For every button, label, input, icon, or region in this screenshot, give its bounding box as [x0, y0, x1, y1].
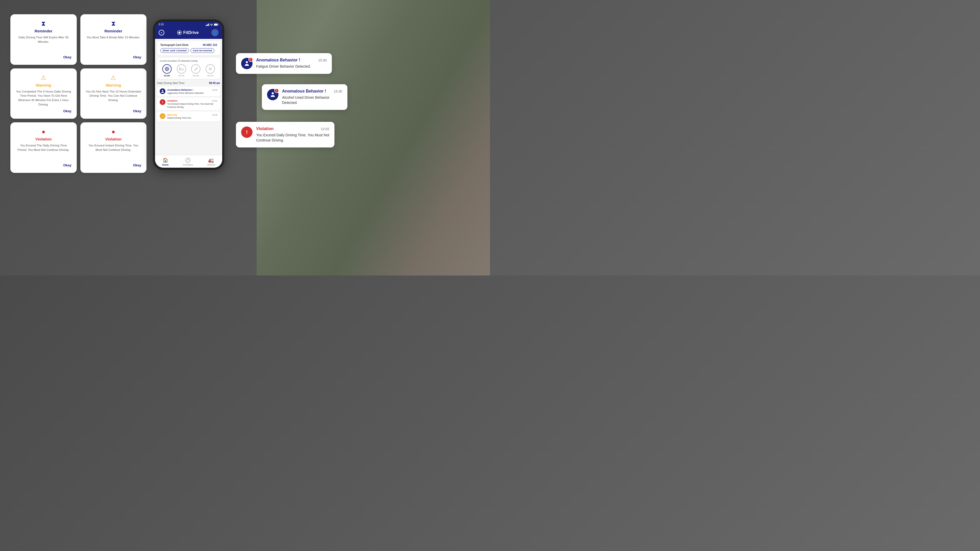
- feed-item-warning[interactable]: ⚠ Warning 12:00 Instant Driving Time Out…: [157, 111, 220, 121]
- activities-nav-icon: 🕐: [185, 157, 191, 163]
- svg-point-4: [211, 25, 212, 25]
- feed-item-violation[interactable]: ! Violation 12:02 You Exceed Instant Dri…: [157, 97, 220, 110]
- feed-violation-header: Violation 12:02: [167, 99, 218, 102]
- nav-home[interactable]: 🏠 Home: [162, 157, 169, 166]
- feed-anomalous-icon: [160, 88, 165, 94]
- feed-item-anomalous[interactable]: Anomalous Behavior ! 15:30 Aggressive Dr…: [157, 87, 220, 97]
- cross-icon: [208, 67, 212, 71]
- phone-time: 9:30: [159, 23, 164, 26]
- tachograph-label: Tachograph Card Slots: [160, 44, 188, 46]
- feed-violation-title: Violation: [167, 99, 178, 102]
- feed-violation-icon: !: [160, 99, 165, 105]
- warning-card-1: ⚠ Warning You Completed The 9 Hours Dail…: [10, 68, 77, 119]
- driver-card-inserted-button[interactable]: Driver card 1 inserted: [160, 48, 189, 53]
- hourglass-icon-2: ⧗: [111, 20, 116, 27]
- pencil-icon: [194, 67, 198, 71]
- phone-app-header: + FitDrive 👤: [155, 27, 222, 39]
- svg-rect-2: [208, 24, 208, 26]
- driving-start-value: 08:45 am: [209, 82, 220, 84]
- card-4-text: You Do Not Have The 10 Hours Extended Dr…: [86, 89, 142, 107]
- card-not-inserted-button[interactable]: Card not inserted: [191, 48, 215, 53]
- feed-warning-body: Warning 12:00 Instant Driving Time Out.: [167, 113, 218, 119]
- notif-violation-header: Violation 12:02: [256, 127, 329, 131]
- other-icon-circle: [205, 64, 215, 74]
- violation-card-2: ● Violation You Exceed Instant Driving T…: [80, 122, 147, 173]
- notif-alcohol-text: Alcohol Used Driver Behavior Detected.: [282, 95, 342, 105]
- activity-other[interactable]: 00:00: [205, 64, 215, 77]
- notification-fatigue: ! Anomalous Behavior ! 15:30 Fatigue Dri…: [236, 53, 332, 74]
- card-5-title: Violation: [35, 137, 52, 141]
- vehicle-nav-label: Vehicle: [207, 164, 215, 166]
- violation-icon-2: ●: [111, 128, 115, 135]
- notif-fatigue-time: 15:30: [318, 58, 327, 62]
- notif-alcohol-time: 15:30: [334, 89, 342, 93]
- feed-list: Anomalous Behavior ! 15:30 Aggressive Dr…: [157, 87, 220, 155]
- notif-fatigue-header: Anomalous Behavior ! 15:30: [256, 58, 327, 62]
- feed-anomalous-time: 15:30: [212, 89, 218, 91]
- card-3-text: You Completed The 9 Hours Daily Driving …: [16, 89, 72, 107]
- nav-vehicle[interactable]: 🚛 Vehicle: [207, 157, 215, 166]
- battery-icon: [214, 23, 218, 26]
- card-3-okay-button[interactable]: Okay: [63, 109, 72, 113]
- violation-card-1: ● Violation You Exceed The Daily Driving…: [10, 122, 77, 173]
- warning-icon-2: ⚠: [110, 74, 116, 81]
- phone-outer-shell: 9:30: [153, 19, 224, 170]
- phone-navigation: 🏠 Home 🕐 Activities 🚛 Vehicle: [155, 155, 222, 168]
- svg-point-21: [162, 90, 163, 91]
- feed-violation-time: 12:02: [212, 100, 218, 102]
- notif-fatigue-icon: !: [241, 58, 253, 69]
- home-nav-label: Home: [162, 164, 169, 166]
- fitdrive-logo-icon: [177, 30, 182, 35]
- feed-anomalous-body: Anomalous Behavior ! 15:30 Aggressive Dr…: [167, 88, 218, 95]
- violation-icon-1: ●: [42, 128, 46, 135]
- warning-icon-1: ⚠: [41, 74, 46, 81]
- notif-alcohol-body: Anomalous Behavior ! 15:30 Alcohol Used …: [282, 89, 342, 105]
- tachograph-plate: 06 ABC 123: [203, 44, 217, 46]
- nav-activities[interactable]: 🕐 Activities: [183, 157, 193, 166]
- card-2-okay-button[interactable]: Okay: [133, 55, 141, 59]
- feed-warning-header: Warning 12:00: [167, 113, 218, 116]
- feed-warning-time: 12:00: [212, 114, 218, 116]
- wifi-icon: [210, 23, 213, 26]
- svg-rect-0: [205, 25, 206, 26]
- activity-driving[interactable]: 04:00: [162, 64, 172, 77]
- notif-violation-time: 12:02: [321, 127, 329, 131]
- add-button[interactable]: +: [159, 30, 164, 35]
- activity-work[interactable]: 00:00: [191, 64, 200, 77]
- card-1-okay-button[interactable]: Okay: [63, 55, 72, 59]
- notif-fatigue-text: Fatigue Driver Behavior Detected.: [256, 64, 327, 69]
- reminder-card-2: ⧗ Reminder You Must Take A Break After 1…: [80, 14, 147, 65]
- profile-button[interactable]: 👤: [211, 29, 218, 36]
- tachograph-header-row: Tachograph Card Slots 06 ABC 123: [160, 44, 217, 46]
- driving-start-row: Daily Driving Start Time: 08:45 am: [157, 81, 220, 86]
- card-5-okay-button[interactable]: Okay: [63, 163, 72, 167]
- card-2-title: Reminder: [105, 29, 123, 33]
- notif-violation-text: You Exceed Daily Driving Time. You Must …: [256, 133, 329, 143]
- activity-rest[interactable]: 00:00: [177, 64, 186, 77]
- rest-time: 00:00: [178, 75, 185, 77]
- feed-anomalous-header: Anomalous Behavior ! 15:30: [167, 88, 218, 91]
- notif-violation-icon: !: [241, 127, 253, 138]
- card-5-text: You Exceed The Daily Driving Time Period…: [16, 143, 72, 161]
- activities-nav-label: Activities: [183, 164, 193, 166]
- svg-rect-3: [209, 23, 209, 26]
- notif-alcohol-title: Anomalous Behavior !: [282, 89, 326, 94]
- reminder-card-1: ⧗ Reminder Daily Driving Time Will Expir…: [10, 14, 77, 65]
- driving-start-label: Daily Driving Start Time:: [157, 82, 185, 84]
- svg-rect-7: [214, 24, 217, 25]
- hourglass-icon-1: ⧗: [41, 20, 46, 27]
- tachograph-card: Tachograph Card Slots 06 ABC 123 Driver …: [157, 41, 220, 56]
- phone-screen: 9:30: [155, 22, 222, 168]
- card-6-okay-button[interactable]: Okay: [133, 163, 141, 167]
- card-4-okay-button[interactable]: Okay: [133, 109, 141, 113]
- feed-warning-text: Instant Driving Time Out.: [167, 117, 218, 119]
- notif-fatigue-body: Anomalous Behavior ! 15:30 Fatigue Drive…: [256, 58, 327, 69]
- tachograph-buttons: Driver card 1 inserted Card not inserted: [160, 48, 217, 53]
- notification-violation: ! Violation 12:02 You Exceed Daily Drivi…: [236, 122, 334, 148]
- activity-section-label: Current Duration Of Selected Activity: [160, 60, 218, 62]
- work-icon-circle: [191, 64, 200, 74]
- card-6-text: You Exceed Instant Driving Time. You Mus…: [86, 143, 142, 161]
- card-6-title: Violation: [105, 137, 122, 141]
- phone-status-bar: 9:30: [155, 22, 222, 27]
- notif-violation-body: Violation 12:02 You Exceed Daily Driving…: [256, 127, 329, 143]
